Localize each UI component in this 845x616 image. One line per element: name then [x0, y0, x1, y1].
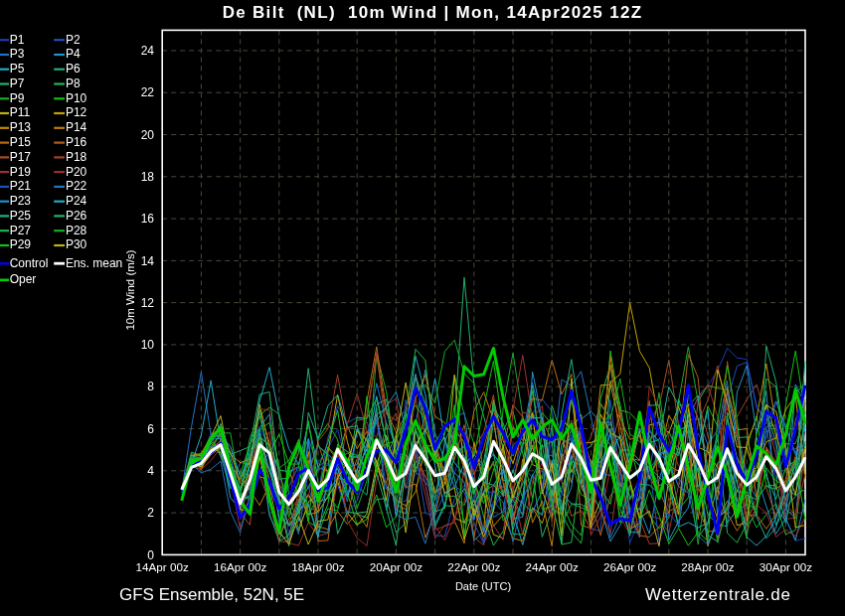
svg-text:10m Wind (m/s): 10m Wind (m/s)	[124, 249, 136, 330]
svg-text:12: 12	[141, 296, 155, 310]
svg-text:P7: P7	[10, 77, 25, 90]
svg-text:16Apr 00z: 16Apr 00z	[214, 560, 266, 573]
svg-text:GFS Ensemble, 52N, 5E: GFS Ensemble, 52N, 5E	[119, 585, 304, 604]
svg-text:P12: P12	[66, 105, 87, 119]
svg-text:6: 6	[147, 422, 154, 436]
svg-text:24: 24	[141, 44, 155, 58]
svg-text:Date (UTC): Date (UTC)	[455, 580, 511, 592]
svg-text:P28: P28	[66, 224, 87, 237]
svg-text:P23: P23	[10, 194, 32, 208]
svg-text:18Apr 00z: 18Apr 00z	[291, 560, 344, 573]
svg-text:P27: P27	[10, 224, 32, 237]
svg-text:28Apr 00z: 28Apr 00z	[681, 560, 734, 573]
svg-text:P20: P20	[66, 165, 87, 179]
svg-text:Control: Control	[10, 256, 49, 270]
svg-text:8: 8	[147, 380, 154, 393]
svg-text:P19: P19	[10, 165, 32, 179]
svg-text:P11: P11	[10, 105, 31, 119]
svg-text:De Bilt (NL) 10m Wind | Mon,: De Bilt (NL) 10m Wind | Mon, 14Apr2025 1…	[223, 3, 643, 22]
svg-text:P17: P17	[10, 150, 32, 164]
svg-text:18: 18	[141, 170, 155, 184]
svg-text:P1: P1	[10, 33, 25, 47]
svg-text:P21: P21	[10, 179, 32, 193]
svg-text:22Apr 00z: 22Apr 00z	[447, 560, 500, 573]
svg-text:P25: P25	[10, 209, 32, 223]
svg-text:16: 16	[141, 212, 155, 226]
svg-text:P29: P29	[10, 237, 32, 251]
svg-text:P22: P22	[66, 179, 87, 193]
svg-text:P2: P2	[66, 33, 81, 47]
svg-text:P18: P18	[66, 150, 87, 164]
svg-text:10: 10	[141, 338, 155, 352]
svg-text:Ens. mean: Ens. mean	[66, 256, 122, 270]
svg-text:P16: P16	[66, 135, 87, 149]
svg-text:P10: P10	[66, 91, 87, 105]
svg-text:Wetterzentrale.de: Wetterzentrale.de	[645, 585, 791, 604]
svg-text:14: 14	[141, 254, 155, 268]
svg-text:P3: P3	[10, 47, 25, 61]
svg-text:P15: P15	[10, 135, 32, 149]
svg-text:22: 22	[141, 85, 155, 99]
svg-text:20: 20	[141, 128, 155, 142]
svg-text:20Apr 00z: 20Apr 00z	[370, 560, 422, 573]
svg-text:14Apr 00z: 14Apr 00z	[136, 560, 189, 573]
svg-text:P13: P13	[10, 120, 32, 134]
svg-text:P14: P14	[66, 120, 87, 134]
svg-text:P9: P9	[10, 91, 25, 105]
svg-text:2: 2	[147, 506, 154, 520]
svg-text:4: 4	[147, 464, 154, 478]
svg-text:P30: P30	[66, 237, 87, 251]
svg-text:P24: P24	[66, 194, 87, 208]
svg-text:Oper: Oper	[10, 272, 37, 286]
svg-text:P8: P8	[66, 77, 81, 90]
svg-text:P5: P5	[10, 62, 25, 76]
svg-text:26Apr 00z: 26Apr 00z	[603, 560, 656, 573]
svg-text:P26: P26	[66, 209, 87, 223]
svg-text:P6: P6	[66, 62, 81, 76]
svg-text:24Apr 00z: 24Apr 00z	[526, 560, 579, 573]
svg-text:30Apr 00z: 30Apr 00z	[760, 560, 812, 573]
svg-text:P4: P4	[66, 47, 81, 61]
